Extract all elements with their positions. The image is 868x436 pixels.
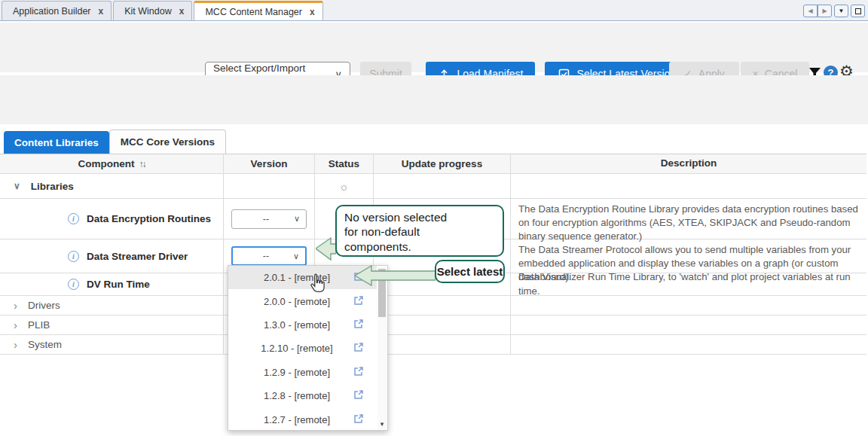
chevron-down-icon[interactable]: ∨ [14,181,20,191]
version-option-1-3-0[interactable]: 1.3.0 - [remote] [228,313,377,337]
header-description[interactable]: Description [511,154,866,173]
header-component[interactable]: Component ↑↓ [0,154,224,173]
table-row-system[interactable]: › System [0,335,866,355]
table-row-plib[interactable]: › PLIB [0,316,866,335]
hand-cursor-icon [307,273,327,294]
editor-tab-bar: Application Builder x Kit Window x MCC C… [0,0,868,21]
external-link-icon[interactable] [353,342,364,355]
dropdown-scrollbar[interactable]: ▾ [377,267,387,429]
callout-select-latest: Select latest [435,260,505,283]
callout-no-version: No version selected for non-default comp… [335,205,504,257]
group-label: Drivers [28,300,60,311]
component-label: Data Encryption Routines [87,213,211,224]
scroll-down-icon[interactable]: ▾ [377,420,387,428]
maximize-glyph [855,8,861,14]
sort-icon[interactable]: ↑↓ [139,159,145,169]
external-link-icon[interactable] [353,366,364,379]
tab-mcc-core-versions[interactable]: MCC Core Versions [109,130,226,154]
version-option-1-2-8[interactable]: 1.2.8 - [remote] [228,384,377,407]
mcc-content-manager-window: Application Builder x Kit Window x MCC C… [0,0,868,436]
close-icon[interactable]: x [179,7,185,16]
tab-kit-window[interactable]: Kit Window x [113,1,192,20]
filter-bar: Data ⊗ ▲ ▼ Device PIC18F57Q43 × ∨ Conten… [0,75,868,124]
group-label: System [28,339,62,350]
component-label: Data Streamer Driver [87,251,188,262]
tab-controls: ◀ ▶ ▼ [803,5,868,20]
version-option-1-2-10[interactable]: 1.2.10 - [remote] [228,337,377,360]
callout-arrow-no-version [316,236,336,261]
callout-arrow-select-latest [355,264,436,287]
info-icon[interactable]: i [68,213,79,224]
external-link-icon[interactable] [353,413,364,426]
tab-application-builder[interactable]: Application Builder x [2,1,112,20]
scroll-tabs-right-icon[interactable]: ▶ [818,5,832,17]
version-option-1-2-7[interactable]: 1.2.7 - [remote] [228,407,377,431]
tab-label: MCC Content Manager [205,7,302,17]
table-row-drivers[interactable]: › Drivers [0,296,866,316]
tab-mcc-content-manager[interactable]: MCC Content Manager x [194,1,322,20]
external-link-icon[interactable] [353,295,364,308]
description-text: Data Visualizer Run Time Library, to 'wa… [511,273,866,295]
group-label: PLIB [28,319,50,331]
chevron-right-icon[interactable]: › [14,338,17,351]
tab-label: Kit Window [124,6,172,17]
description-text: The Data Encryption Routine Library prov… [511,199,866,239]
maximize-icon[interactable] [851,5,865,17]
tab-content-libraries[interactable]: Content Libraries [4,131,109,154]
version-select[interactable]: -- ∨ [231,209,307,229]
close-icon[interactable]: x [99,7,104,16]
version-option-2-0-0[interactable]: 2.0.0 - [remote] [228,289,377,313]
scroll-tabs-left-icon[interactable]: ◀ [803,5,818,17]
status-processing-icon: ☼ [339,180,350,193]
external-link-icon[interactable] [353,389,364,402]
info-icon[interactable]: i [68,279,79,290]
description-text: The Data Streamer Protocol allows you to… [511,239,866,273]
toolbar: Select Export/Import Option ∨ Submit Loa… [0,23,868,72]
header-update-progress[interactable]: Update progress [374,154,511,173]
chevron-down-icon: ∨ [293,252,299,261]
chevron-down-icon: ∨ [294,214,300,224]
info-icon[interactable]: i [68,251,79,262]
header-status[interactable]: Status [315,154,374,173]
component-label: DV Run Time [87,279,150,290]
close-icon[interactable]: x [310,8,315,17]
content-subtabs: Content Libraries MCC Core Versions [4,130,226,154]
header-version[interactable]: Version [224,154,315,173]
version-option-1-2-9[interactable]: 1.2.9 - [remote] [228,361,377,384]
tab-list-dropdown-icon[interactable]: ▼ [834,5,848,17]
table-row-libraries[interactable]: ∨ Libraries ☼ [0,174,866,199]
chevron-right-icon[interactable]: › [14,299,17,312]
tab-label: Application Builder [13,6,91,17]
table-header-row: Component ↑↓ Version Status Update progr… [0,154,866,174]
version-select-open[interactable]: -- ∨ [231,246,307,266]
group-label: Libraries [31,181,74,192]
chevron-right-icon[interactable]: › [14,319,17,331]
external-link-icon[interactable] [353,319,364,331]
